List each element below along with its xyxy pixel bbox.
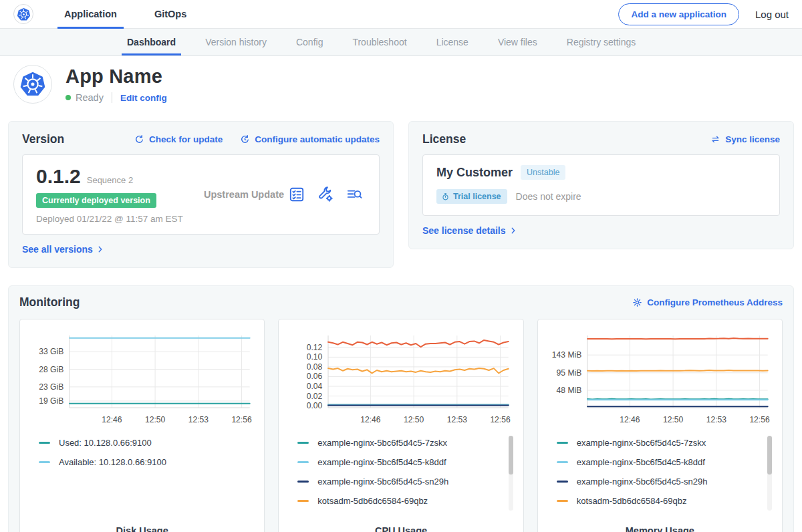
legend-item: example-nginx-5bc6f5d4c5-k8ddf xyxy=(557,452,775,472)
legend-swatch xyxy=(297,481,309,483)
chart-title: Disk Usage xyxy=(27,517,257,532)
customer-name: My Customer xyxy=(436,166,513,180)
divider xyxy=(112,92,112,103)
license-panel: My Customer Unstable Trial license Does … xyxy=(422,154,780,216)
svg-text:12:46: 12:46 xyxy=(620,415,640,424)
stopwatch-icon xyxy=(441,192,450,201)
legend-label: example-nginx-5bc6f5d4c5-7zskx xyxy=(577,438,706,448)
tab-dashboard[interactable]: Dashboard xyxy=(112,29,190,55)
svg-text:19 GiB: 19 GiB xyxy=(39,396,63,406)
status-text: Ready xyxy=(76,92,104,103)
legend-label: example-nginx-5bc6f5d4c5-sn29h xyxy=(577,477,708,487)
sync-license-link[interactable]: Sync license xyxy=(710,134,780,144)
svg-text:0.06: 0.06 xyxy=(307,372,323,381)
legend-label: example-nginx-5bc6f5d4c5-7zskx xyxy=(317,438,447,448)
version-sequence: Sequence 2 xyxy=(87,175,133,185)
current-version-panel: 0.1.2 Sequence 2 Currently deployed vers… xyxy=(22,154,380,235)
memory-usage-chart-card: 143 MiB95 MiB48 MiB12:4612:5012:5312:56 … xyxy=(537,319,783,532)
license-card: License Sync license My Customer Unstabl… xyxy=(408,121,794,249)
svg-text:23 GiB: 23 GiB xyxy=(39,382,63,392)
legend-item: example-nginx-5bc6f5d4c5-7zskx xyxy=(297,433,516,452)
legend-scrollbar-track xyxy=(509,436,513,511)
app-sub-nav: Dashboard Version history Config Trouble… xyxy=(0,29,802,56)
legend-scrollbar-thumb[interactable] xyxy=(767,436,772,475)
version-card-title: Version xyxy=(22,132,64,146)
svg-text:48 MiB: 48 MiB xyxy=(556,386,581,395)
disk-usage-legend: Used: 10.128.0.66:9100Available: 10.128.… xyxy=(27,433,257,517)
legend-item: example-nginx-5bc6f5d4c5-k8ddf xyxy=(297,452,516,472)
svg-text:33 GiB: 33 GiB xyxy=(39,347,63,356)
chart-title: CPU Usage xyxy=(285,517,516,532)
legend-swatch xyxy=(557,481,568,483)
tab-version-history[interactable]: Version history xyxy=(190,29,281,55)
legend-label: Used: 10.128.0.66:9100 xyxy=(59,438,152,448)
license-expiration: Does not expire xyxy=(516,191,581,202)
legend-swatch xyxy=(297,442,309,444)
configure-automatic-updates-link[interactable]: Configure automatic updates xyxy=(240,134,380,144)
legend-swatch xyxy=(39,461,50,463)
trial-license-badge: Trial license xyxy=(436,189,507,204)
legend-label: example-nginx-5bc6f5d4c5-k8ddf xyxy=(317,457,446,467)
legend-label: example-nginx-5bc6f5d4c5-sn29h xyxy=(317,477,448,487)
legend-swatch xyxy=(557,500,568,502)
monitoring-title: Monitoring xyxy=(19,295,80,309)
svg-text:28 GiB: 28 GiB xyxy=(39,364,63,374)
config-wrench-gear-icon[interactable] xyxy=(317,186,334,203)
license-card-title: License xyxy=(422,132,466,146)
legend-item: Used: 10.128.0.66:9100 xyxy=(39,433,257,452)
cpu-usage-chart-card: 0.120.100.080.060.040.020.0012:4612:5012… xyxy=(278,319,523,532)
svg-text:12:50: 12:50 xyxy=(145,415,165,424)
legend-item: example-nginx-5bc6f5d4c5-sn29h xyxy=(297,472,516,491)
legend-label: Available: 10.128.0.66:9100 xyxy=(59,457,166,467)
legend-scrollbar-track xyxy=(767,436,772,511)
legend-label: kotsadm-5db6dc6584-69qbz xyxy=(577,496,687,506)
top-nav: Application GitOps Add a new application… xyxy=(0,0,802,29)
version-source-label: Upstream Update xyxy=(200,189,288,200)
legend-swatch xyxy=(297,461,309,463)
svg-text:12:50: 12:50 xyxy=(663,415,683,424)
see-license-details-link[interactable]: See license details xyxy=(422,225,517,236)
disk-usage-chart: 33 GiB28 GiB23 GiB19 GiB12:4612:5012:531… xyxy=(27,329,257,429)
tab-view-files[interactable]: View files xyxy=(483,29,552,55)
svg-text:0.08: 0.08 xyxy=(307,362,323,372)
check-for-update-link[interactable]: Check for update xyxy=(134,134,223,144)
tab-license[interactable]: License xyxy=(422,29,483,55)
legend-item: example-nginx-5bc6f5d4c5-sn29h xyxy=(557,472,775,491)
svg-text:0.12: 0.12 xyxy=(307,343,323,352)
kubernetes-logo-icon xyxy=(13,4,33,24)
status-dot xyxy=(65,95,71,100)
currently-deployed-badge: Currently deployed version xyxy=(36,193,156,208)
memory-usage-legend: example-nginx-5bc6f5d4c5-7zskxexample-ng… xyxy=(545,433,775,517)
cpu-usage-legend: example-nginx-5bc6f5d4c5-7zskxexample-ng… xyxy=(285,433,516,517)
chart-title: Memory Usage xyxy=(545,517,775,532)
channel-badge: Unstable xyxy=(521,165,565,180)
chevron-right-icon xyxy=(96,245,104,253)
logout-button[interactable]: Log out xyxy=(755,9,789,20)
svg-text:0.04: 0.04 xyxy=(307,382,323,391)
legend-swatch xyxy=(39,442,50,444)
memory-usage-chart: 143 MiB95 MiB48 MiB12:4612:5012:5312:56 xyxy=(545,329,775,429)
preflight-checklist-icon[interactable] xyxy=(288,186,305,203)
tab-troubleshoot[interactable]: Troubleshoot xyxy=(338,29,421,55)
page-title: App Name xyxy=(65,65,167,88)
legend-item: kotsadm-5db6dc6584-69qbz xyxy=(557,491,775,511)
topnav-tab-gitops[interactable]: GitOps xyxy=(148,0,193,28)
view-diff-logs-icon[interactable] xyxy=(346,186,363,203)
topnav-tab-application[interactable]: Application xyxy=(57,0,124,28)
tab-config[interactable]: Config xyxy=(281,29,338,55)
legend-scrollbar-thumb[interactable] xyxy=(509,436,513,475)
edit-config-link[interactable]: Edit config xyxy=(120,93,167,103)
legend-label: example-nginx-5bc6f5d4c5-k8ddf xyxy=(577,457,705,467)
svg-text:12:56: 12:56 xyxy=(231,415,251,424)
svg-text:12:56: 12:56 xyxy=(491,415,511,424)
version-number: 0.1.2 xyxy=(36,165,81,188)
tab-registry-settings[interactable]: Registry settings xyxy=(552,29,650,55)
see-all-versions-link[interactable]: See all versions xyxy=(22,244,104,255)
svg-text:143 MiB: 143 MiB xyxy=(552,350,581,360)
svg-text:12:46: 12:46 xyxy=(361,415,381,424)
app-avatar-kubernetes-icon xyxy=(13,65,52,104)
svg-text:95 MiB: 95 MiB xyxy=(556,368,581,378)
configure-prometheus-link[interactable]: Configure Prometheus Address xyxy=(632,297,783,307)
add-application-button[interactable]: Add a new application xyxy=(618,3,739,25)
svg-text:12:46: 12:46 xyxy=(102,415,122,424)
